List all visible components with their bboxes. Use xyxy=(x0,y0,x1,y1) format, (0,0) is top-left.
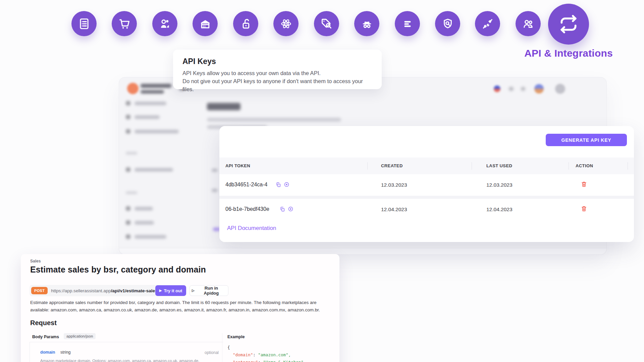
endpoint-url: https://app.sellerassistant.app/api/v1/e… xyxy=(51,288,157,294)
show-token-button[interactable] xyxy=(284,182,289,188)
param-name-link[interactable]: domain xyxy=(40,350,55,355)
shopping-cart-icon xyxy=(118,17,131,30)
param-type: string xyxy=(60,350,71,355)
play-outline-icon: ▷ xyxy=(192,289,195,292)
param-flag: optional xyxy=(205,350,219,355)
feature-icon-button-lock[interactable] xyxy=(233,11,258,36)
example-code-block: { "domain": "amazon.com", "category": "H… xyxy=(227,344,306,362)
blurred-menu-icon xyxy=(126,115,130,119)
sync-arrows-icon xyxy=(558,14,579,35)
copy-icon xyxy=(276,183,281,188)
json-separator: : xyxy=(253,352,258,357)
blurred-text-line xyxy=(212,169,218,172)
screenshot-stage: API & Integrations API Keys API Keys all… xyxy=(0,0,644,362)
api-keys-card: GENERATE API KEY API TOKEN CREATED LAST … xyxy=(219,126,634,242)
run-in-apidog-label: Run in Apidog xyxy=(197,286,226,296)
body-params-label: Body Params xyxy=(32,335,59,339)
blurred-menu-item xyxy=(135,102,166,105)
shield-search-icon xyxy=(441,17,454,30)
blurred-section-label xyxy=(126,152,137,155)
app-logo xyxy=(127,83,139,94)
warehouse-icon xyxy=(199,17,212,30)
column-header-last-used: LAST USED xyxy=(486,163,512,168)
delete-token-button[interactable] xyxy=(581,205,587,213)
feature-icon-button-shopping-cart[interactable] xyxy=(112,11,137,36)
blurred-menu-icon xyxy=(126,234,130,239)
json-value: "Home & Kitchen", xyxy=(263,360,306,362)
token-actions xyxy=(276,182,289,188)
column-header-created: CREATED xyxy=(381,163,403,168)
gear-icon xyxy=(555,84,565,94)
blurred-menu-item xyxy=(135,221,154,225)
run-in-apidog-button[interactable]: ▷ Run in Apidog xyxy=(190,285,228,296)
delete-token-button[interactable] xyxy=(581,181,587,189)
feature-icon-button-incognito[interactable] xyxy=(354,11,379,36)
column-divider xyxy=(222,333,222,362)
generate-api-key-button[interactable]: GENERATE API KEY xyxy=(546,134,627,146)
text-lines-icon xyxy=(401,17,414,30)
code-line: "domain": "amazon.com", xyxy=(227,351,306,359)
json-key: "category" xyxy=(233,360,258,362)
param-description: Amazon marketplace domain. Options: amaz… xyxy=(40,358,216,362)
lock-open-icon xyxy=(239,17,252,30)
header-divider xyxy=(569,162,569,170)
endpoint-field: POST https://app.sellerassistant.app/api… xyxy=(30,285,162,296)
tooltip-line2: Do not give out your API keys to anyone … xyxy=(182,77,372,94)
blurred-menu-icon xyxy=(126,101,130,106)
flag-icon xyxy=(494,85,500,92)
feature-icon-button-customers[interactable] xyxy=(152,11,177,36)
blurred-menu-item xyxy=(135,115,160,119)
column-header-api-token: API TOKEN xyxy=(225,163,250,168)
row-separator xyxy=(219,196,634,199)
column-header-action: ACTION xyxy=(576,163,593,168)
api-documentation-link[interactable]: API Documentation xyxy=(227,225,276,232)
doc-title: Estimate sales by bsr, category and doma… xyxy=(30,265,206,275)
created-date: 12.04.2023 xyxy=(381,206,407,213)
feature-icon-button-team[interactable] xyxy=(516,11,541,36)
blurred-header-icon xyxy=(509,87,514,91)
feature-icon-button-document-list[interactable] xyxy=(71,11,97,36)
feature-icon-button-tag-search[interactable] xyxy=(314,11,339,36)
content-type-chip: application/json xyxy=(64,333,96,339)
feature-icon-button-warehouse[interactable] xyxy=(193,11,218,36)
feature-icon-button-plug[interactable] xyxy=(475,11,500,36)
table-row: 4db34651-24ca-4 12.03.2023 12.03.2023 xyxy=(219,174,634,196)
blurred-text-line xyxy=(207,118,341,122)
window-footer xyxy=(119,248,606,254)
document-list-icon xyxy=(78,17,91,30)
last-used-date: 12.03.2023 xyxy=(486,182,513,188)
feature-icon-button-api-integrations[interactable] xyxy=(548,4,589,45)
header-divider xyxy=(472,162,472,170)
copy-token-button[interactable] xyxy=(276,182,281,188)
url-path: /api/v1/estimate-sales xyxy=(111,288,158,293)
trash-icon xyxy=(581,184,587,189)
feature-icon-button-shield-search[interactable] xyxy=(435,11,460,36)
example-label: Example xyxy=(227,335,245,339)
blurred-page-heading xyxy=(207,103,240,110)
request-heading: Request xyxy=(30,319,57,327)
blurred-menu-icon xyxy=(126,220,130,225)
feature-icon-button-text-lines[interactable] xyxy=(395,11,420,36)
blurred-menu-icon xyxy=(126,206,130,211)
last-used-date: 12.04.2023 xyxy=(486,206,513,213)
blurred-text-placeholder xyxy=(141,90,164,94)
doc-category: Sales xyxy=(30,259,41,263)
feature-icon-button-atom[interactable] xyxy=(273,11,299,36)
atom-icon xyxy=(280,17,292,30)
try-it-out-button[interactable]: ▶ Try it out xyxy=(155,285,186,296)
url-base: https://app.sellerassistant.app xyxy=(51,288,111,293)
show-token-button[interactable] xyxy=(288,206,293,213)
json-value: "amazon.com", xyxy=(258,352,291,357)
params-divider xyxy=(30,342,223,342)
json-key: "domain" xyxy=(233,352,253,357)
api-keys-tooltip: API Keys API Keys allow you to access yo… xyxy=(173,50,382,89)
code-line: { xyxy=(227,344,306,351)
http-method-badge: POST xyxy=(31,287,48,294)
blurred-header-icon xyxy=(521,87,525,91)
tooltip-title: API Keys xyxy=(182,57,372,66)
copy-token-button[interactable] xyxy=(280,206,285,213)
blurred-menu-icon xyxy=(126,129,130,134)
plug-icon xyxy=(481,17,494,30)
header-divider xyxy=(367,162,368,170)
tooltip-line1: API Keys allow you to access your own da… xyxy=(182,69,372,77)
